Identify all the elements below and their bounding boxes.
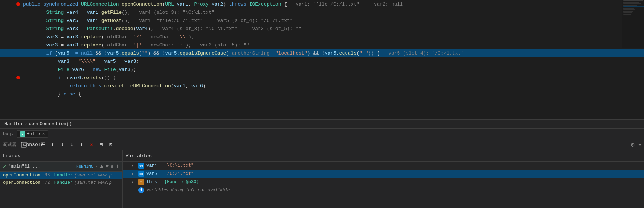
debug-label: bug: bbox=[3, 131, 14, 137]
panel-controls: ⚙ ⋯ bbox=[631, 141, 641, 149]
code-line[interactable]: String var3 = ParseUtil.decode(var4); va… bbox=[0, 25, 644, 33]
frame-item[interactable]: openConnection :86, Handler (sun.net.www… bbox=[0, 172, 122, 179]
frame-add-btn[interactable]: + bbox=[116, 163, 119, 170]
code-line[interactable]: var3 = var3.replace( oldChar: '/', newCh… bbox=[0, 33, 644, 41]
var4-type-icon: OO bbox=[138, 163, 144, 169]
step-up-button[interactable]: ⬆ bbox=[77, 140, 86, 149]
code-content: File var6 = new File(var3); bbox=[22, 67, 641, 72]
code-content: } else { bbox=[22, 91, 641, 97]
breadcrumb-item-method[interactable]: openConnection() bbox=[29, 121, 72, 127]
toolbar-label: 调试器 bbox=[3, 142, 16, 148]
variables-header-text: Variables bbox=[126, 153, 152, 159]
var4-value: "\C:\1.txt" bbox=[164, 163, 194, 168]
frame-down-btn[interactable]: ▼ bbox=[106, 163, 109, 169]
code-line[interactable]: return this.createFileURLConnection(var1… bbox=[0, 82, 644, 90]
variables-panel: Variables ▶ OO var4 = "\C:\1.txt" ▶ OO v… bbox=[123, 150, 644, 208]
minimap bbox=[622, 0, 644, 48]
frame-package: (sun.net.www.p bbox=[74, 173, 112, 178]
frames-panel-header: Frames bbox=[0, 150, 122, 162]
frame-line-number: :86, bbox=[42, 173, 53, 178]
this-eq: = bbox=[159, 179, 162, 185]
var5-name: var5 bbox=[146, 171, 157, 176]
this-value: {Handler@530} bbox=[164, 179, 199, 185]
frame-class-name-2: Handler bbox=[54, 180, 73, 185]
frames-header-text: Frames bbox=[3, 153, 20, 159]
frame-method-name: openConnection bbox=[3, 173, 41, 178]
frame-item[interactable]: openConnection :72, Handler (sun.net.www… bbox=[0, 179, 122, 186]
tab-close-btn[interactable]: × bbox=[42, 132, 45, 136]
thread-dropdown-icon[interactable]: ▾ bbox=[96, 164, 98, 169]
debug-toolbar: 调试器 ⊟ Console ☰ ⬆ ⬇ ⬇ ⬆ ✕ ⊟ ⊠ bbox=[0, 139, 644, 150]
thread-status: RUNNING bbox=[76, 164, 93, 169]
code-line[interactable]: if (var6.exists()) { bbox=[0, 74, 644, 82]
frame-class-name: Handler bbox=[54, 173, 73, 178]
stop-button[interactable]: ✕ bbox=[87, 140, 96, 149]
breadcrumb-separator: › bbox=[25, 121, 27, 127]
note-info-icon: ℹ bbox=[138, 187, 144, 193]
console-tab-button[interactable]: Console bbox=[29, 140, 38, 149]
code-content: if (var6.exists()) { bbox=[22, 75, 641, 81]
step-out-button[interactable]: ⬆ bbox=[48, 140, 57, 149]
code-content: public synchronized URLConnection openCo… bbox=[22, 1, 641, 7]
code-content: if (var5 != null && !var5.equals("") && … bbox=[22, 51, 641, 56]
var-item-var4[interactable]: ▶ OO var4 = "\C:\1.txt" bbox=[123, 162, 644, 170]
tab-java-icon: J bbox=[20, 131, 25, 137]
var5-expand-icon[interactable]: ▶ bbox=[132, 172, 136, 176]
ellipsis-icon[interactable]: ⋯ bbox=[637, 141, 641, 149]
frame-up-btn[interactable]: ▲ bbox=[100, 163, 103, 169]
code-line[interactable]: → if (var5 != null && !var5.equals("") &… bbox=[0, 49, 644, 57]
code-line[interactable]: File var6 = new File(var3); bbox=[0, 65, 644, 74]
frame-package-2: (sun.net.www.p bbox=[74, 180, 112, 185]
var-item-this[interactable]: ▶ ≡ this = {Handler@530} bbox=[123, 178, 644, 186]
code-line[interactable]: public synchronized URLConnection openCo… bbox=[0, 0, 644, 8]
debug-note-text: Variables debug info not available bbox=[146, 188, 230, 192]
var4-expand-icon[interactable]: ▶ bbox=[132, 163, 136, 168]
code-line[interactable]: } else { bbox=[0, 90, 644, 98]
frame-line-number-2: :72, bbox=[42, 180, 53, 185]
breakpoint-dot bbox=[16, 76, 20, 79]
code-content: String var3 = ParseUtil.decode(var4); va… bbox=[22, 26, 641, 32]
bottom-panel: Frames ✓ "main"@1 ... RUNNING ▾ ▲ ▼ ⊕ + … bbox=[0, 150, 644, 208]
breadcrumb-item-handler[interactable]: Handler bbox=[4, 121, 23, 127]
code-line[interactable]: var3 = "\\\\" + var5 + var3; bbox=[0, 57, 644, 65]
this-name: this bbox=[146, 179, 157, 185]
thread-check-icon: ✓ bbox=[3, 163, 6, 170]
var4-eq: = bbox=[159, 163, 162, 168]
debug-tab-hello[interactable]: J Hello × bbox=[17, 130, 48, 138]
var5-eq: = bbox=[159, 171, 162, 176]
step-over-down-button[interactable]: ⬇ bbox=[68, 140, 77, 149]
code-content: return this.createFileURLConnection(var1… bbox=[22, 83, 641, 89]
tab-label: Hello bbox=[27, 131, 40, 137]
code-line[interactable]: String var5 = var1.getHost(); var1: "fil… bbox=[0, 16, 644, 25]
code-content: var3 = var3.replace( oldChar: '|', newCh… bbox=[22, 42, 641, 48]
frame-filter-btn[interactable]: ⊕ bbox=[111, 164, 113, 169]
this-expand-icon[interactable]: ▶ bbox=[132, 180, 136, 184]
line-marker bbox=[15, 76, 22, 79]
list-view-button[interactable]: ☰ bbox=[39, 140, 48, 149]
this-type-icon: ≡ bbox=[138, 179, 144, 185]
var-item-var5[interactable]: ▶ OO var5 = "/C:/1.txt" bbox=[123, 170, 644, 178]
thread-name: "main"@1 ... bbox=[8, 164, 74, 169]
var5-value: "/C:/1.txt" bbox=[164, 171, 194, 176]
var-item-debug-note: ℹ Variables debug info not available bbox=[123, 186, 644, 194]
grid-button[interactable]: ⊟ bbox=[97, 140, 106, 149]
code-editor: public synchronized URLConnection openCo… bbox=[0, 0, 644, 128]
code-line[interactable]: String var4 = var1.getFile(); var4 (slot… bbox=[0, 8, 644, 16]
line-marker bbox=[15, 2, 22, 6]
variables-panel-header: Variables bbox=[123, 150, 644, 162]
thread-selector[interactable]: ✓ "main"@1 ... RUNNING ▾ ▲ ▼ ⊕ + bbox=[0, 162, 122, 172]
step-into-button[interactable]: ⬇ bbox=[58, 140, 67, 149]
current-line-arrow: → bbox=[17, 50, 20, 56]
grid2-button[interactable]: ⊠ bbox=[106, 140, 115, 149]
code-content: String var5 = var1.getHost(); var1: "fil… bbox=[22, 18, 641, 23]
frame-method-name-2: openConnection bbox=[3, 180, 41, 185]
frames-panel: Frames ✓ "main"@1 ... RUNNING ▾ ▲ ▼ ⊕ + … bbox=[0, 150, 123, 208]
code-line[interactable]: var3 = var3.replace( oldChar: '|', newCh… bbox=[0, 41, 644, 49]
breadcrumb: Handler › openConnection() bbox=[0, 119, 644, 128]
breakpoint-dot bbox=[16, 2, 20, 6]
code-content: var3 = "\\\\" + var5 + var3; bbox=[22, 59, 641, 64]
code-content: var3 = var3.replace( oldChar: '/', newCh… bbox=[22, 34, 641, 40]
settings-gear-icon[interactable]: ⚙ bbox=[631, 141, 635, 149]
line-marker: → bbox=[15, 50, 22, 56]
code-content: String var4 = var1.getFile(); var4 (slot… bbox=[22, 10, 641, 15]
